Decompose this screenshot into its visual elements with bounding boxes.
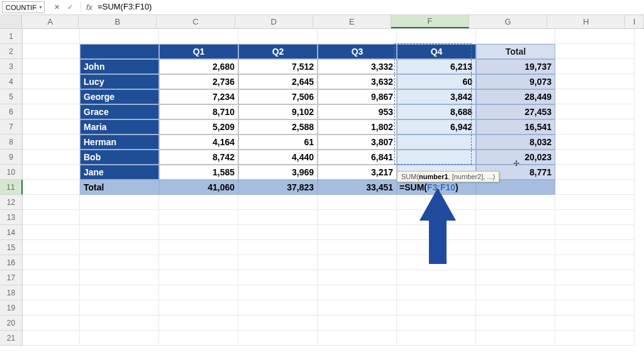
cell[interactable] xyxy=(555,285,635,300)
data-cell[interactable]: 3,217 xyxy=(318,165,397,180)
cell[interactable] xyxy=(555,119,635,134)
cell[interactable] xyxy=(555,29,635,44)
cell[interactable] xyxy=(318,29,397,44)
col-header-I[interactable]: I xyxy=(625,15,644,28)
row-header-20[interactable]: 20 xyxy=(0,315,23,331)
cell[interactable] xyxy=(23,74,80,89)
row-name[interactable]: Lucy xyxy=(80,74,159,89)
data-cell[interactable]: 4,164 xyxy=(159,134,238,150)
cell[interactable] xyxy=(238,195,318,210)
cell[interactable] xyxy=(397,270,476,285)
cell[interactable] xyxy=(80,270,159,285)
cell[interactable] xyxy=(476,225,555,240)
row-name[interactable]: Maria xyxy=(80,119,159,134)
accept-formula-button[interactable]: ✓ xyxy=(65,3,75,11)
cell[interactable] xyxy=(23,134,80,150)
cell[interactable] xyxy=(159,210,238,225)
cell[interactable] xyxy=(159,29,238,44)
row-header-8[interactable]: 8 xyxy=(0,134,23,150)
cell[interactable] xyxy=(555,134,635,150)
row-total[interactable]: 16,541 xyxy=(476,119,555,134)
row-total[interactable]: 9,073 xyxy=(476,74,555,89)
row-header-16[interactable]: 16 xyxy=(0,255,23,270)
col-header-D[interactable]: D xyxy=(235,15,313,28)
row-header-10[interactable]: 10 xyxy=(0,165,23,180)
data-cell[interactable]: 3,807 xyxy=(318,134,397,150)
cell[interactable] xyxy=(555,195,635,210)
cell[interactable] xyxy=(555,300,635,315)
table-header-q3[interactable]: Q3 xyxy=(318,44,397,59)
cell[interactable] xyxy=(555,315,635,331)
data-cell[interactable] xyxy=(397,134,476,150)
col-header-E[interactable]: E xyxy=(313,15,391,28)
cell[interactable] xyxy=(238,225,318,240)
fx-icon[interactable]: fx xyxy=(80,3,92,12)
data-cell[interactable]: 5,209 xyxy=(159,119,238,134)
cell[interactable] xyxy=(23,240,80,255)
col-total[interactable]: 41,060 xyxy=(159,180,238,195)
data-cell[interactable]: 2,588 xyxy=(238,119,318,134)
cell[interactable] xyxy=(555,150,635,165)
cell[interactable] xyxy=(23,119,80,134)
data-cell[interactable]: 6,841 xyxy=(318,150,397,165)
cell[interactable] xyxy=(23,180,80,195)
cell[interactable] xyxy=(476,285,555,300)
data-cell[interactable]: 6,213 xyxy=(397,59,476,74)
cell[interactable] xyxy=(238,240,318,255)
cell[interactable] xyxy=(80,255,159,270)
cell[interactable] xyxy=(80,285,159,300)
cell[interactable] xyxy=(238,210,318,225)
cell[interactable] xyxy=(80,240,159,255)
data-cell[interactable]: 8,688 xyxy=(397,104,476,119)
cell[interactable] xyxy=(80,315,159,331)
cell[interactable] xyxy=(555,331,635,346)
row-header-21[interactable]: 21 xyxy=(0,331,23,346)
row-name[interactable]: Jane xyxy=(80,165,159,180)
row-header-11[interactable]: 11 xyxy=(0,180,23,195)
data-cell[interactable]: 4,440 xyxy=(238,150,318,165)
cell[interactable] xyxy=(159,285,238,300)
cancel-formula-button[interactable]: ✕ xyxy=(52,3,62,11)
cell[interactable] xyxy=(23,150,80,165)
cell[interactable] xyxy=(23,300,80,315)
chevron-down-icon[interactable]: ▼ xyxy=(36,2,44,13)
cell[interactable] xyxy=(80,331,159,346)
cell[interactable] xyxy=(476,255,555,270)
data-cell[interactable]: 8,742 xyxy=(159,150,238,165)
cell[interactable] xyxy=(23,165,80,180)
data-cell[interactable]: 9,102 xyxy=(238,104,318,119)
data-cell[interactable]: 3,969 xyxy=(238,165,318,180)
totals-label[interactable]: Total xyxy=(80,180,159,195)
cell[interactable] xyxy=(23,44,80,59)
cell[interactable] xyxy=(397,29,476,44)
cell[interactable] xyxy=(555,210,635,225)
cell[interactable] xyxy=(23,210,80,225)
cell[interactable] xyxy=(238,255,318,270)
table-header-q1[interactable]: Q1 xyxy=(159,44,238,59)
row-header-18[interactable]: 18 xyxy=(0,285,23,300)
cell[interactable] xyxy=(397,331,476,346)
row-header-3[interactable]: 3 xyxy=(0,59,23,74)
cell[interactable] xyxy=(159,270,238,285)
cell[interactable] xyxy=(159,331,238,346)
cell[interactable] xyxy=(80,300,159,315)
cell[interactable] xyxy=(23,29,80,44)
data-cell[interactable]: 3,632 xyxy=(318,74,397,89)
data-cell[interactable]: 1,585 xyxy=(159,165,238,180)
cell[interactable] xyxy=(555,74,635,89)
data-cell[interactable]: 953 xyxy=(318,104,397,119)
row-header-4[interactable]: 4 xyxy=(0,74,23,89)
row-header-2[interactable]: 2 xyxy=(0,44,23,59)
cell[interactable] xyxy=(159,255,238,270)
row-header-6[interactable]: 6 xyxy=(0,104,23,119)
cell[interactable] xyxy=(555,225,635,240)
cell[interactable] xyxy=(238,270,318,285)
cell[interactable] xyxy=(23,270,80,285)
cell[interactable] xyxy=(23,285,80,300)
row-header-9[interactable]: 9 xyxy=(0,150,23,165)
cell[interactable] xyxy=(476,195,555,210)
table-header-q4[interactable]: Q4 xyxy=(397,44,476,59)
table-header-q2[interactable]: Q2 xyxy=(238,44,318,59)
cell[interactable] xyxy=(23,225,80,240)
cell[interactable] xyxy=(318,331,397,346)
